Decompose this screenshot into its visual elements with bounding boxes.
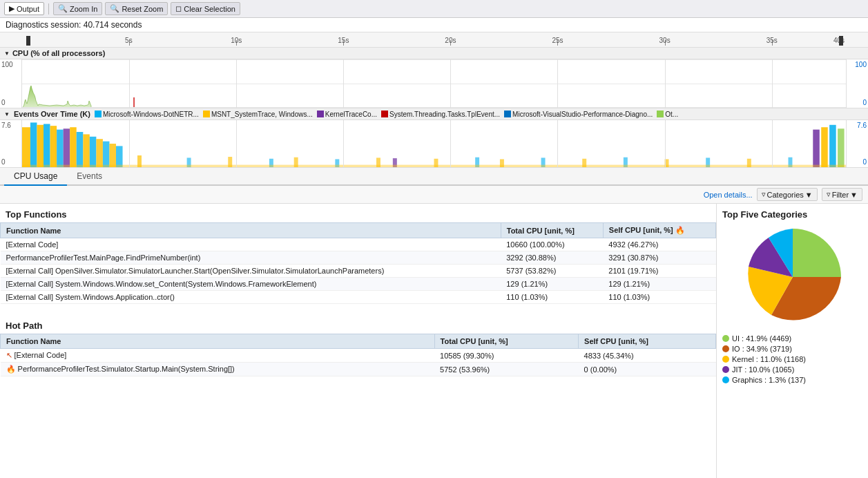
svg-rect-13 (96, 139, 103, 167)
reset-zoom-button[interactable]: 🔍 Reset Zoom (105, 2, 168, 15)
svg-rect-39 (22, 165, 846, 167)
legend-color-vs (504, 111, 511, 117)
top-functions-title: Top Functions (0, 204, 716, 222)
svg-marker-0 (22, 86, 91, 108)
output-button[interactable]: ▶ Output (4, 2, 44, 15)
top-functions-col-total: Total CPU [unit, %] (501, 223, 603, 238)
svg-rect-12 (90, 137, 97, 167)
evt-grid-5s (129, 120, 130, 167)
table-row: PerformanceProfilerTest.MainPage.FindPri… (1, 251, 716, 265)
evt-grid-20s (450, 120, 451, 167)
timeline-ruler: 5s 10s 15s 20s 25s 30s 35s 40s (0, 32, 868, 48)
ruler-tick-15s: 15s (338, 37, 349, 44)
legend-item-tpl: System.Threading.Tasks.TplEvent... (381, 111, 500, 118)
hot-function-name-cell[interactable]: ↖ [External Code] (1, 349, 435, 363)
tab-events[interactable]: Events (67, 168, 112, 186)
legend-color-tpl (381, 111, 388, 117)
svg-rect-2 (22, 127, 30, 167)
svg-rect-10 (77, 132, 84, 167)
function-name-cell[interactable]: [External Code] (1, 238, 501, 251)
output-label: Output (17, 5, 39, 13)
reset-zoom-icon: 🔍 (110, 4, 119, 13)
hot-total-cpu-cell: 5752 (53.96%) (434, 363, 578, 376)
top-five-title: Top Five Categories (722, 209, 862, 220)
zoom-in-label: Zoom In (70, 5, 97, 13)
pie-legend-ui: UI : 41.9% (4469) (722, 334, 862, 343)
tabs-bar: CPU Usage Events (0, 168, 868, 186)
svg-rect-8 (64, 128, 70, 167)
events-collapse-icon[interactable]: ▼ (4, 111, 10, 117)
function-name-cell[interactable]: [External Call] System.Windows.Applicati… (1, 291, 501, 304)
hot-path-col-name: Function Name (1, 334, 435, 349)
function-name-cell[interactable]: [External Call] System.Windows.Window.se… (1, 278, 501, 291)
cpu-collapse-icon[interactable]: ▼ (4, 50, 10, 57)
self-cpu-cell: 129 (1.21%) (603, 278, 715, 291)
cpu-y-axis-right: 100 0 (846, 59, 868, 108)
hot-path-spacer (0, 304, 716, 315)
hot-self-cpu-cell: 4833 (45.34%) (579, 349, 716, 363)
cpu-y-bottom: 0 (1, 99, 20, 106)
hot-total-cpu-cell: 10585 (99.30%) (434, 349, 578, 363)
pie-chart (741, 225, 845, 329)
hot-path-header-row: Function Name Total CPU [unit, %] Self C… (1, 334, 716, 349)
svg-rect-6 (50, 126, 57, 167)
legend-color-msnt (203, 111, 210, 117)
top-functions-table: Function Name Total CPU [unit, %] Self C… (0, 222, 716, 304)
hot-path-col-total: Total CPU [unit, %] (434, 334, 578, 349)
events-chart-canvas[interactable] (22, 120, 846, 167)
cpu-y-top: 100 (1, 61, 20, 68)
total-cpu-cell: 110 (1.03%) (501, 291, 603, 304)
cpu-grid-5s (129, 59, 130, 108)
open-details-link[interactable]: Open details... (704, 191, 753, 199)
pie-legend-io: IO : 34.9% (3719) (722, 345, 862, 353)
top-functions-col-self: Self CPU [unit, %] 🔥 (603, 223, 715, 238)
legend-label-tpl: System.Threading.Tasks.TplEvent... (389, 111, 500, 118)
self-cpu-cell: 110 (1.03%) (603, 291, 715, 304)
filter-label: Filter (832, 191, 849, 199)
right-panel: Top Five Categories (716, 204, 868, 478)
function-name-cell[interactable]: PerformanceProfilerTest.MainPage.FindPri… (1, 251, 501, 265)
legend-label-vs: Microsoft-VisualStudio-Performance-Diagn… (512, 111, 653, 118)
clear-selection-button[interactable]: ◻ Clear Selection (171, 2, 240, 15)
svg-rect-5 (44, 124, 50, 167)
svg-rect-7 (57, 130, 64, 167)
svg-rect-4 (37, 125, 44, 167)
cpu-chart-canvas[interactable] (22, 59, 846, 108)
svg-rect-14 (103, 142, 110, 167)
svg-rect-36 (821, 127, 828, 167)
categories-button[interactable]: ▿ Categories ▼ (757, 188, 818, 201)
function-name-cell[interactable]: [External Call] OpenSilver.Simulator.Sim… (1, 265, 501, 278)
top-functions-header-row: Function Name Total CPU [unit, %] Self C… (1, 223, 716, 238)
pie-segment-ui (793, 229, 841, 277)
pie-label-jit: JIT : 10.0% (1065) (732, 365, 794, 374)
evt-grid-25s (557, 120, 558, 167)
cpu-y-right-top: 100 (848, 61, 867, 68)
legend-color-kernel (317, 111, 324, 117)
pie-dot-jit (722, 366, 729, 373)
ruler-end-marker (839, 36, 843, 46)
legend-item-vs: Microsoft-VisualStudio-Performance-Diagn… (504, 111, 653, 118)
hot-path-title: Hot Path (0, 315, 716, 334)
total-cpu-cell: 5737 (53.82%) (501, 265, 603, 278)
diagnostics-text: Diagnostics session: 40.714 seconds (6, 20, 142, 30)
tab-cpu-usage[interactable]: CPU Usage (4, 168, 67, 186)
ruler-tick-10s: 10s (231, 37, 242, 44)
svg-rect-35 (813, 130, 820, 167)
flame-icon: 🔥 (6, 365, 16, 373)
table-row: 🔥 PerformanceProfilerTest.Simulator.Star… (1, 363, 716, 376)
pie-legend-graphics: Graphics : 1.3% (137) (722, 376, 862, 384)
evt-grid-30s (665, 120, 666, 167)
cpu-grid-35s (772, 59, 773, 108)
table-row: [External Call] System.Windows.Window.se… (1, 278, 716, 291)
ruler-tick-30s: 30s (659, 37, 671, 44)
table-row: ↖ [External Code] 10585 (99.30%) 4833 (4… (1, 349, 716, 363)
evt-grid-10s (236, 120, 237, 167)
filter-button[interactable]: ▿ Filter ▼ (822, 188, 862, 201)
pie-container: UI : 41.9% (4469) IO : 34.9% (3719) Kern… (722, 225, 862, 386)
cpu-chart-title: CPU (% of all processors) (12, 49, 105, 57)
zoom-in-button[interactable]: 🔍 Zoom In (53, 2, 102, 15)
output-icon: ▶ (9, 4, 15, 13)
legend-color-other (657, 111, 664, 117)
svg-rect-16 (116, 146, 123, 167)
hot-function-name-cell[interactable]: 🔥 PerformanceProfilerTest.Simulator.Star… (1, 363, 435, 376)
